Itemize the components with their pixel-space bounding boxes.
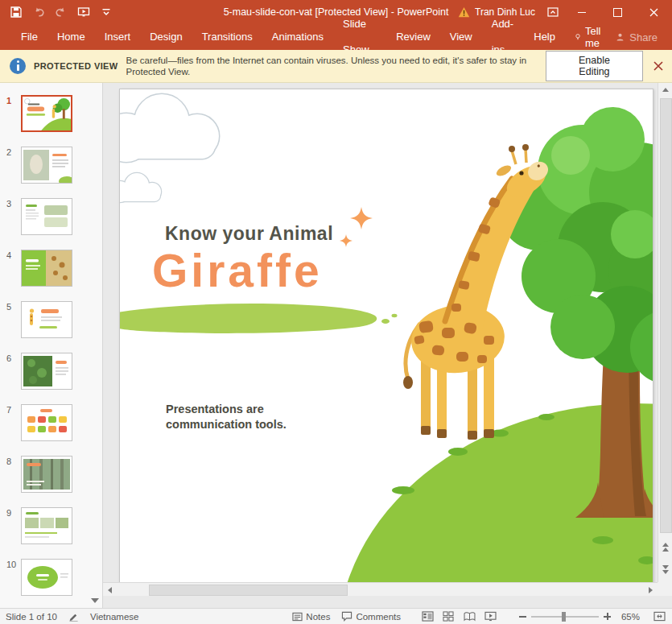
slide-thumbnail-4[interactable]: 4 — [0, 250, 101, 288]
slideshow-icon — [484, 611, 497, 622]
maximize-button[interactable] — [600, 0, 636, 24]
comments-button[interactable]: Comments — [336, 609, 406, 624]
customize-quick-access-icon[interactable] — [100, 6, 113, 19]
protected-view-bar: PROTECTED VIEW Be careful—files from the… — [0, 50, 672, 83]
next-slide-button[interactable] — [658, 563, 672, 576]
slide-number: 2 — [6, 147, 11, 157]
zoom-slider-thumb[interactable] — [562, 612, 566, 622]
scroll-right-button[interactable] — [644, 583, 658, 597]
comments-icon — [341, 611, 352, 622]
zoom-out-button[interactable] — [519, 616, 526, 618]
ribbon-tab-insert[interactable]: Insert — [95, 24, 141, 50]
slide-kicker-text[interactable]: Know your Animal — [165, 223, 333, 245]
vertical-scrollbar-thumb[interactable] — [660, 98, 672, 533]
horizontal-scrollbar-thumb[interactable] — [149, 585, 348, 596]
slideshow-view-button[interactable] — [480, 610, 500, 624]
slide-6-preview — [21, 353, 72, 390]
slide-number: 7 — [6, 405, 11, 415]
status-bar-right: Notes Comments — [287, 609, 672, 624]
ribbon-tab-help[interactable]: Help — [524, 24, 565, 50]
scroll-up-button[interactable] — [658, 83, 672, 97]
slide-number: 1 — [6, 96, 11, 105]
ribbon-tab-home[interactable]: Home — [47, 24, 95, 50]
slide-canvas[interactable]: Know your Animal Giraffe Presentations a… — [119, 89, 653, 582]
slide-10-preview — [21, 559, 72, 596]
redo-icon[interactable] — [55, 6, 68, 19]
zoom-slider[interactable] — [531, 616, 599, 618]
slide-thumbnail-9[interactable]: 9 — [0, 507, 101, 546]
fit-to-window-icon — [653, 611, 666, 622]
share-label: Share — [629, 31, 658, 43]
tell-me-label: Tell me — [585, 25, 605, 49]
maximize-icon — [613, 8, 622, 17]
slide-number: 4 — [6, 250, 11, 260]
language-indicator[interactable]: Vietnamese — [85, 609, 145, 624]
ribbon-tab-review[interactable]: Review — [386, 24, 440, 50]
slide-1-preview — [21, 95, 72, 132]
protected-view-label: PROTECTED VIEW — [34, 61, 118, 71]
reading-view-button[interactable] — [460, 610, 479, 624]
info-icon — [10, 58, 26, 74]
slide-2-preview — [21, 147, 72, 184]
horizontal-scrollbar[interactable] — [103, 582, 658, 596]
normal-view-button[interactable] — [418, 610, 437, 624]
save-icon[interactable] — [10, 6, 23, 19]
dismiss-bar-button[interactable] — [653, 60, 664, 72]
close-icon — [649, 8, 658, 17]
ribbon-display-options-icon[interactable] — [546, 6, 559, 19]
slide-number: 5 — [6, 302, 11, 312]
window-controls — [563, 0, 672, 24]
fit-slide-to-window-button[interactable] — [649, 610, 669, 624]
minimize-button[interactable] — [563, 0, 600, 24]
slide-number: 10 — [6, 560, 16, 569]
slide-5-preview — [21, 301, 72, 338]
slide-thumbnail-7[interactable]: 7 — [0, 404, 101, 443]
start-slideshow-icon[interactable] — [77, 6, 90, 19]
status-bar: Slide 1 of 10 Vietnamese Notes Comments — [0, 608, 672, 624]
scroll-left-button[interactable] — [103, 583, 117, 597]
pen-icon — [68, 611, 79, 622]
enable-editing-button[interactable]: Enable Editing — [546, 51, 643, 81]
notes-icon — [292, 612, 303, 622]
close-button[interactable] — [636, 0, 672, 24]
slide-artwork — [120, 89, 653, 582]
slide-thumbnail-2[interactable]: 2 — [0, 147, 101, 185]
zoom-level[interactable]: 65% — [617, 612, 640, 622]
slide-number: 8 — [6, 457, 11, 466]
slide-title-text[interactable]: Giraffe — [152, 244, 323, 297]
panel-scroll-down-icon[interactable] — [91, 598, 99, 603]
previous-slide-button[interactable] — [658, 540, 672, 554]
normal-view-icon — [422, 611, 434, 622]
ribbon-tab-design[interactable]: Design — [140, 24, 192, 50]
proofing-button[interactable] — [63, 609, 85, 624]
slide-number: 6 — [6, 353, 11, 363]
slide-thumbnail-1[interactable]: 1 — [0, 95, 101, 134]
share-button[interactable]: Share — [615, 31, 672, 43]
warning-icon — [458, 6, 470, 18]
slide-thumbnail-5[interactable]: 5 — [0, 301, 101, 340]
slide-sorter-icon — [443, 611, 454, 622]
sparkle-icons — [340, 207, 373, 247]
slide-sorter-view-button[interactable] — [439, 610, 458, 624]
slide-9-preview — [21, 507, 72, 544]
ribbon-tab-transitions[interactable]: Transitions — [192, 24, 262, 50]
ribbon-tab-file[interactable]: File — [11, 24, 47, 50]
person-icon — [615, 32, 625, 43]
slide-thumbnail-6[interactable]: 6 — [0, 353, 101, 391]
slide-thumbnails-panel: 1 2 3 4 5 — [0, 83, 103, 608]
notes-button[interactable]: Notes — [287, 609, 336, 624]
reading-view-icon — [464, 612, 476, 622]
tell-me-box[interactable]: Tell me — [565, 25, 615, 49]
slide-thumbnail-10[interactable]: 10 — [0, 559, 101, 597]
zoom-in-button[interactable] — [604, 613, 611, 620]
slide-thumbnail-3[interactable]: 3 — [0, 198, 101, 237]
slide-body-text[interactable]: Presentations are communication tools. — [166, 402, 287, 432]
ribbon-tab-view[interactable]: View — [440, 24, 482, 50]
ribbon-tab-animations[interactable]: Animations — [262, 24, 333, 50]
slide-indicator[interactable]: Slide 1 of 10 — [0, 609, 63, 624]
undo-icon[interactable] — [32, 6, 45, 19]
vertical-scrollbar[interactable] — [658, 83, 672, 582]
cloud-large — [120, 94, 219, 162]
green-brush-stroke — [120, 304, 398, 333]
slide-thumbnail-8[interactable]: 8 — [0, 456, 101, 494]
